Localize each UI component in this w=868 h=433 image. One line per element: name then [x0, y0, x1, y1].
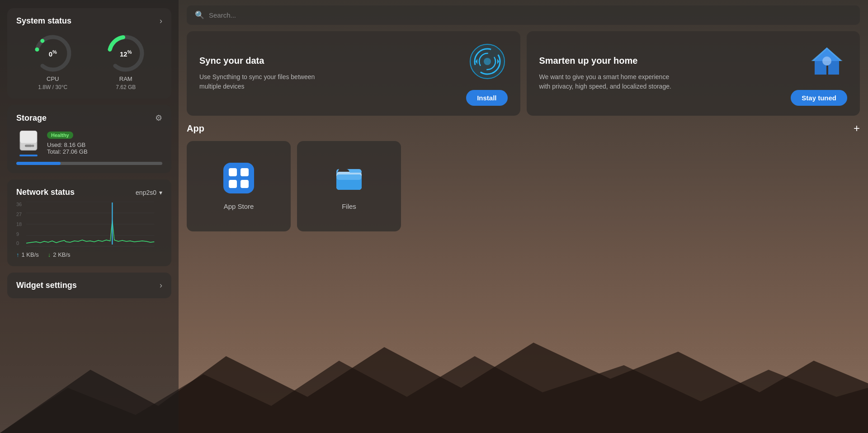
storage-progress-fill	[16, 162, 61, 165]
app-grid: App Store	[187, 141, 860, 231]
svg-rect-30	[229, 180, 237, 188]
sync-title: Sync your data	[199, 56, 466, 66]
svg-point-9	[32, 145, 34, 147]
stay-tuned-button[interactable]: Stay tuned	[791, 90, 847, 106]
cpu-value: 0%	[49, 49, 57, 58]
svg-rect-8	[25, 145, 32, 147]
storage-total: Total: 27.06 GB	[47, 148, 162, 155]
sync-text: Sync your data Use Syncthing to sync you…	[199, 56, 466, 91]
widget-settings-card[interactable]: Widget settings ›	[7, 273, 171, 298]
smarten-text: Smarten up your home We want to give you…	[539, 56, 791, 91]
app-section-header: App +	[187, 122, 860, 135]
net-y-9: 9	[16, 231, 19, 237]
smarten-desc: We want to give you a smart home experie…	[539, 72, 675, 91]
system-status-chevron-icon[interactable]: ›	[160, 16, 162, 26]
storage-info: Healthy Used: 8.16 GB Total: 27.06 GB	[47, 131, 162, 155]
upload-speed: ↑ 1 KB/s	[16, 251, 39, 258]
upload-arrow-icon: ↑	[16, 251, 19, 258]
files-card[interactable]: Files	[297, 141, 401, 231]
svg-rect-31	[241, 180, 249, 188]
hdd-icon	[16, 129, 41, 156]
sync-data-card: Sync your data Use Syncthing to sync you…	[187, 31, 520, 116]
syncthing-icon	[467, 41, 508, 82]
healthy-badge: Healthy	[47, 132, 73, 139]
svg-rect-27	[223, 163, 254, 193]
widget-settings-chevron-icon: ›	[160, 281, 162, 290]
add-app-button[interactable]: +	[854, 122, 860, 135]
app-store-label: App Store	[224, 202, 254, 210]
svg-rect-35	[336, 174, 362, 180]
network-speeds: ↑ 1 KB/s ↓ 2 KB/s	[16, 251, 162, 258]
sidebar: System status › 0%	[0, 0, 179, 433]
network-chart: 36 27 18 9 0	[16, 202, 162, 247]
ram-sub: 7.62 GB	[116, 84, 136, 90]
net-y-18: 18	[16, 221, 22, 227]
chevron-down-icon: ▾	[159, 189, 162, 196]
system-status-title: System status	[16, 16, 71, 26]
svg-point-20	[484, 58, 491, 65]
smarten-action: Stay tuned	[791, 41, 847, 106]
search-input[interactable]	[209, 11, 852, 19]
files-icon	[334, 163, 364, 195]
widget-settings-title: Widget settings	[16, 281, 77, 290]
download-speed: ↓ 2 KB/s	[48, 251, 71, 258]
files-label: Files	[342, 202, 356, 210]
main-area: 🔍 Sync your data Use Syncthing to sync y…	[179, 0, 868, 433]
sync-desc: Use Syncthing to sync your files between…	[199, 72, 335, 91]
network-status-title: Network status	[16, 188, 75, 197]
ram-gauge: 12% RAM 7.62 GB	[105, 33, 146, 90]
storage-used: Used: 8.16 GB	[47, 141, 162, 148]
gear-icon[interactable]: ⚙	[155, 113, 162, 123]
net-y-36: 36	[16, 202, 22, 207]
promo-row: Sync your data Use Syncthing to sync you…	[187, 31, 860, 116]
network-iface[interactable]: enp2s0 ▾	[136, 189, 162, 196]
install-button[interactable]: Install	[466, 90, 507, 106]
search-bar: 🔍	[187, 5, 860, 25]
sync-action: Install	[466, 41, 507, 106]
cpu-sub: 1.8W / 30°C	[38, 84, 67, 90]
storage-card: Storage ⚙ Healthy Used: 8.16 GB	[7, 105, 171, 173]
search-icon: 🔍	[195, 10, 204, 20]
storage-progress-bar	[16, 162, 162, 165]
ram-value: 12%	[120, 49, 132, 58]
smarten-home-card: Smarten up your home We want to give you…	[527, 31, 860, 116]
svg-rect-28	[229, 168, 237, 176]
app-store-icon	[223, 163, 254, 195]
home-icon	[807, 41, 847, 82]
svg-point-25	[822, 56, 831, 66]
smarten-title: Smarten up your home	[539, 56, 791, 66]
app-store-card[interactable]: App Store	[187, 141, 291, 231]
cpu-gauge: 0% CPU 1.8W / 30°C	[33, 33, 73, 90]
download-arrow-icon: ↓	[48, 251, 51, 258]
svg-rect-29	[241, 168, 249, 176]
svg-rect-7	[20, 131, 37, 143]
system-status-card: System status › 0%	[7, 8, 171, 99]
net-y-27: 27	[16, 212, 22, 217]
storage-title: Storage	[16, 113, 47, 123]
app-section-title: App	[187, 123, 204, 134]
net-y-0: 0	[16, 240, 19, 246]
network-status-card: Network status enp2s0 ▾ 36 27 18 9 0	[7, 179, 171, 266]
